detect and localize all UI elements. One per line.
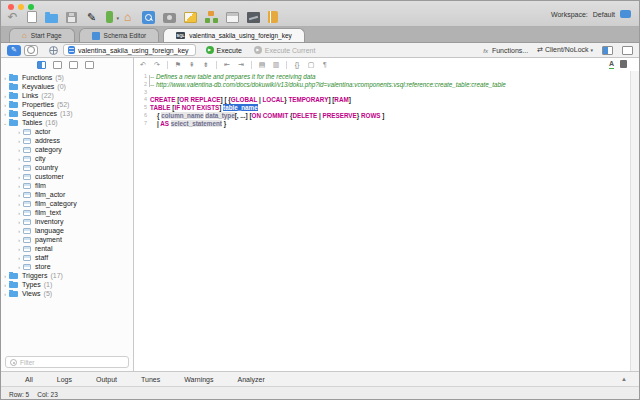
message-tab-output[interactable]: Output <box>96 376 117 383</box>
chevron-icon[interactable]: › <box>1 75 9 81</box>
open-folder-icon[interactable] <box>45 14 58 23</box>
tree-item-language[interactable]: ›language <box>1 226 133 235</box>
code-line-7[interactable]: 7 | AS select_statement } <box>134 120 639 128</box>
execute-current-button[interactable]: ▶ Execute Current <box>254 46 316 54</box>
chevron-icon[interactable]: › <box>1 93 9 99</box>
tree-group-properties[interactable]: ›Properties(52) <box>1 100 133 109</box>
chevron-icon[interactable]: › <box>15 147 23 153</box>
comment-icon[interactable]: ▤ <box>258 61 266 69</box>
tree-item-category[interactable]: ›category <box>1 145 133 154</box>
panel-view-4-icon[interactable] <box>85 61 94 69</box>
panel-view-3-icon[interactable] <box>69 61 78 69</box>
tree-group-tables[interactable]: ⌄Tables(16) <box>1 118 133 127</box>
chevron-icon[interactable]: › <box>15 210 23 216</box>
code-line-2[interactable]: 2-- http://www.valentina-db.com/docs/dok… <box>134 81 639 89</box>
tree-group-types[interactable]: ›Types(1) <box>1 280 133 289</box>
code-line-4[interactable]: 4CREATE [OR REPLACE] [ {GLOBAL | LOCAL} … <box>134 96 639 104</box>
chevron-icon[interactable]: › <box>15 255 23 261</box>
code-area[interactable]: 1-- Defines a new table and prepares it … <box>134 71 639 127</box>
chevron-icon[interactable]: › <box>15 156 23 162</box>
hint-icon[interactable]: ▢ <box>307 61 315 69</box>
chevron-icon[interactable]: › <box>1 273 9 279</box>
save-icon[interactable] <box>66 12 77 23</box>
tree-item-inventory[interactable]: ›inventory <box>1 217 133 226</box>
chevron-icon[interactable]: › <box>15 192 23 198</box>
connection-icon[interactable] <box>49 46 58 55</box>
window-icon[interactable] <box>226 12 239 23</box>
redo-icon[interactable]: ↷ <box>153 61 161 69</box>
format-icon[interactable]: ¶ <box>321 61 329 68</box>
tree-item-actor[interactable]: ›actor <box>1 127 133 136</box>
chevron-icon[interactable]: › <box>15 264 23 270</box>
bookmark-prev-icon[interactable]: ⇞ <box>188 61 196 69</box>
tree-item-payment[interactable]: ›payment <box>1 235 133 244</box>
tree-item-film[interactable]: ›film <box>1 181 133 190</box>
filter-input[interactable] <box>20 359 124 366</box>
tree-group-sequences[interactable]: ›Sequences(13) <box>1 109 133 118</box>
tree-item-film_actor[interactable]: ›film_actor <box>1 190 133 199</box>
chevron-icon[interactable]: › <box>15 165 23 171</box>
chevron-icon[interactable]: › <box>15 237 23 243</box>
bookmark-next-icon[interactable]: ⇟ <box>202 61 210 69</box>
edit-mode-button[interactable]: ✎ <box>7 45 21 56</box>
message-tab-warnings[interactable]: Warnings <box>184 376 213 383</box>
chevron-icon[interactable]: › <box>15 138 23 144</box>
message-tab-tunes[interactable]: Tunes <box>141 376 160 383</box>
brackets-icon[interactable]: {} <box>293 61 301 68</box>
tree-group-functions[interactable]: ›Functions(5) <box>1 73 133 82</box>
tree-item-address[interactable]: ›address <box>1 136 133 145</box>
chart-icon[interactable] <box>247 12 260 23</box>
tree-item-film_text[interactable]: ›film_text <box>1 208 133 217</box>
code-line-6[interactable]: 6 { column_name data_type[, ...] [ON COM… <box>134 112 639 120</box>
font-color-icon[interactable]: A <box>609 60 614 69</box>
chevron-icon[interactable]: › <box>15 129 23 135</box>
chevron-icon[interactable]: ⌄ <box>1 120 9 126</box>
database-selector[interactable]: valentina_sakila_using_foreign_key <box>63 44 196 56</box>
tree-group-triggers[interactable]: ›Triggers(17) <box>1 271 133 280</box>
tree-item-staff[interactable]: ›staff <box>1 253 133 262</box>
mode-selector[interactable]: ⇄ Client/NoLock ▾ <box>537 46 593 54</box>
tree-item-customer[interactable]: ›customer <box>1 172 133 181</box>
home-icon[interactable]: ⌂ <box>121 11 134 24</box>
chevron-icon[interactable]: › <box>1 291 9 297</box>
search-icon[interactable] <box>142 11 155 24</box>
editor-scrollbar[interactable] <box>630 71 639 371</box>
chevron-icon[interactable]: › <box>1 282 9 288</box>
chevron-icon[interactable]: › <box>15 183 23 189</box>
functions-button[interactable]: fx Functions... <box>483 47 528 54</box>
uncomment-icon[interactable]: ▥ <box>272 61 280 69</box>
panel-view-1-icon[interactable] <box>37 61 46 69</box>
message-tab-logs[interactable]: Logs <box>57 376 72 383</box>
book-icon[interactable] <box>268 11 278 23</box>
chevron-icon[interactable]: › <box>15 228 23 234</box>
feedback-bubble-icon[interactable] <box>620 10 631 18</box>
tree-item-film_category[interactable]: ›film_category <box>1 199 133 208</box>
chevron-icon[interactable]: › <box>15 219 23 225</box>
layout-right-icon[interactable] <box>622 46 633 55</box>
code-line-5[interactable]: 5TABLE [IF NOT EXISTS] table_name <box>134 104 639 112</box>
pen-icon[interactable]: ✎ <box>85 11 98 24</box>
camera-icon[interactable] <box>163 13 176 23</box>
code-line-1[interactable]: 1-- Defines a new table and prepares it … <box>134 73 639 81</box>
chevron-up-icon[interactable]: ▲ <box>621 376 627 382</box>
tree-item-city[interactable]: ›city <box>1 154 133 163</box>
server-icon[interactable] <box>106 11 113 23</box>
minimap-toggle-icon[interactable] <box>620 60 627 68</box>
tree-item-store[interactable]: ›store <box>1 262 133 271</box>
tree-item-country[interactable]: ›country <box>1 163 133 172</box>
execute-button[interactable]: ▶ Execute <box>206 46 242 54</box>
panel-view-2-icon[interactable] <box>53 61 62 69</box>
indent-icon[interactable]: ⇥ <box>237 61 245 69</box>
chevron-icon[interactable]: › <box>1 102 9 108</box>
tree-group-keyvalues[interactable]: Keyvalues(0) <box>1 82 133 91</box>
bookmark-icon[interactable]: ⚑ <box>174 61 182 69</box>
tab-valentina-sakila-using-foreign-key[interactable]: SQLvalentina_sakila_using_foreign_key <box>163 28 305 42</box>
diagram-icon[interactable] <box>205 11 218 23</box>
chevron-icon[interactable]: › <box>1 111 9 117</box>
message-tab-analyzer[interactable]: Analyzer <box>238 376 265 383</box>
history-button[interactable] <box>24 45 38 56</box>
picture-icon[interactable] <box>184 12 197 23</box>
new-document-icon[interactable] <box>27 11 37 23</box>
chevron-icon[interactable]: › <box>15 174 23 180</box>
code-line-3[interactable]: 3 <box>134 89 639 97</box>
